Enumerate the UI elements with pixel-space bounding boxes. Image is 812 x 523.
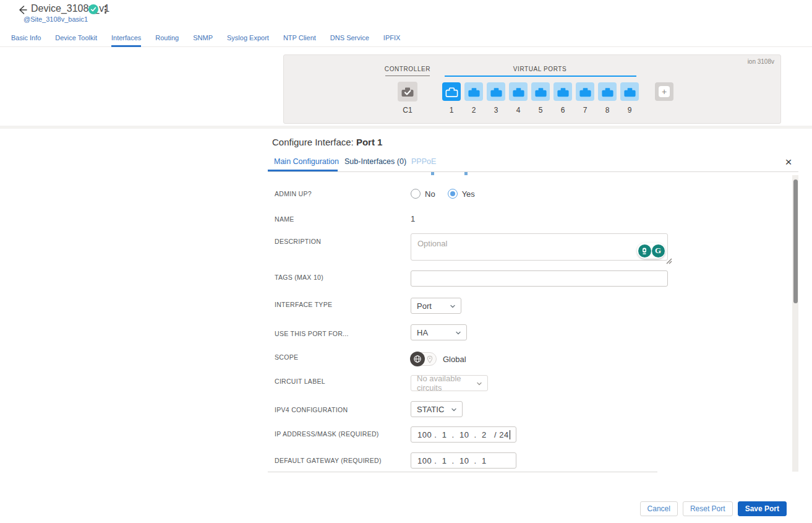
reset-port-button[interactable]: Reset Port <box>683 501 733 516</box>
cancel-button[interactable]: Cancel <box>640 501 678 516</box>
virtual-port-7[interactable] <box>576 82 594 101</box>
port-label: 7 <box>583 106 588 115</box>
description-textarea[interactable] <box>411 233 668 261</box>
radio-icon <box>411 189 421 199</box>
port-label: 6 <box>561 106 565 115</box>
tab-routing[interactable]: Routing <box>155 28 179 46</box>
tab-main-configuration[interactable]: Main Configuration <box>274 157 339 166</box>
device-nav-tabs: Basic Info Device Toolkit Interfaces Rou… <box>0 28 812 47</box>
site-link[interactable]: @Site_3108v_basic1 <box>24 15 88 23</box>
configure-tabs: Main Configuration Sub-Interfaces (0) PP… <box>268 155 798 171</box>
status-check-badge <box>88 4 98 14</box>
description-label: DESCRIPTION <box>275 238 321 245</box>
chevron-down-icon <box>451 407 457 413</box>
controller-underline <box>385 76 430 76</box>
port-label: 5 <box>539 106 543 115</box>
virtual-port-5[interactable] <box>531 82 550 101</box>
tab-dns-service[interactable]: DNS Service <box>330 28 369 46</box>
select-value: Port <box>417 301 432 311</box>
add-port-button[interactable]: + <box>655 82 673 101</box>
scope-label: SCOPE <box>275 353 298 361</box>
form-scrollbar-thumb[interactable] <box>793 179 798 303</box>
tab-sub-interfaces[interactable]: Sub-Interfaces (0) <box>344 157 406 166</box>
admin-up-radio-yes[interactable]: Yes <box>448 189 475 199</box>
virtual-ports-group-label: VIRTUAL PORTS <box>513 66 567 72</box>
virtual-ports-underline <box>445 76 636 77</box>
tab-pppoe[interactable]: PPPoE <box>411 157 436 166</box>
port-icon <box>556 85 570 99</box>
tab-ipfix[interactable]: IPFIX <box>383 28 401 46</box>
port-icon <box>623 85 637 99</box>
circuit-label-select[interactable]: No available circuits <box>411 375 488 391</box>
back-arrow-icon[interactable] <box>16 4 28 16</box>
port-icon <box>600 85 615 99</box>
scope-toggle[interactable] <box>411 352 437 366</box>
tab-syslog-export[interactable]: Syslog Export <box>227 28 269 46</box>
close-icon[interactable]: × <box>783 157 794 168</box>
chevron-down-icon <box>450 303 456 309</box>
configure-title-prefix: Configure Interface: <box>272 137 354 147</box>
gateway-value: 100 . 1 . 10 . 1 <box>417 456 487 465</box>
tab-interfaces[interactable]: Interfaces <box>111 28 141 46</box>
virtual-port-2[interactable] <box>464 82 483 101</box>
virtual-port-8[interactable] <box>598 82 617 101</box>
device-panel: ion 3108v CONTROLLER VIRTUAL PORTS C1 <box>283 54 781 124</box>
tab-device-toolkit[interactable]: Device Toolkit <box>55 28 97 46</box>
port-icon-selected <box>445 85 459 99</box>
port-label: 1 <box>450 106 454 115</box>
controller-port-icon <box>400 84 415 99</box>
more-options-icon[interactable] <box>101 4 109 14</box>
default-gateway-label: DEFAULT GATEWAY (REQUIRED) <box>275 457 382 464</box>
port-label: 8 <box>605 106 610 115</box>
virtual-port-4[interactable] <box>509 82 528 101</box>
scope-value: Global <box>443 355 466 364</box>
controller-port-label: C1 <box>403 106 412 115</box>
interface-type-select[interactable]: Port <box>411 298 461 314</box>
port-icon <box>489 85 503 99</box>
form-scrollbar-track[interactable] <box>792 175 798 472</box>
port-icon <box>467 85 481 99</box>
configure-interface-title: Configure Interface: Port 1 <box>272 137 382 147</box>
scope-control: Global <box>411 352 466 366</box>
save-port-button[interactable]: Save Port <box>738 501 787 516</box>
tab-snmp[interactable]: SNMP <box>193 28 213 46</box>
form-bottom-divider <box>268 472 657 472</box>
globe-icon <box>410 352 425 366</box>
controller-port-c1[interactable] <box>398 82 417 102</box>
port-icon <box>534 85 548 99</box>
tags-input[interactable] <box>411 270 668 287</box>
port-icon <box>578 85 592 99</box>
ipv4-configuration-label: IPV4 CONFIGURATION <box>275 406 348 413</box>
ip-address-mask-input[interactable]: 100 . 1 . 10 . 2 / 24 <box>411 426 516 443</box>
location-pin-icon <box>426 355 434 364</box>
select-value: No available circuits <box>417 374 474 392</box>
use-this-port-for-select[interactable]: HA <box>411 324 467 340</box>
tab-basic-info[interactable]: Basic Info <box>11 28 41 46</box>
interface-type-label: INTERFACE TYPE <box>275 301 332 308</box>
admin-up-label: ADMIN UP? <box>275 190 312 197</box>
section-divider <box>0 126 812 129</box>
name-label: NAME <box>275 215 294 223</box>
port-label: 3 <box>494 106 498 115</box>
admin-up-radio-no[interactable]: No <box>411 189 435 199</box>
virtual-port-6[interactable] <box>553 82 572 101</box>
ipv4-configuration-select[interactable]: STATIC <box>411 401 463 417</box>
virtual-port-9[interactable] <box>620 82 639 101</box>
grammarly-logo-icon: G <box>652 244 665 257</box>
chevron-down-icon <box>455 330 461 336</box>
resize-handle-icon[interactable] <box>665 257 672 264</box>
default-gateway-input[interactable]: 100 . 1 . 10 . 1 <box>411 452 516 469</box>
device-model-label: ion 3108v <box>748 58 774 65</box>
virtual-port-3[interactable] <box>487 82 505 101</box>
tags-label: TAGS (MAX 10) <box>275 274 323 281</box>
admin-up-radio-group: No Yes <box>411 189 475 199</box>
configure-port-name: Port 1 <box>356 137 383 147</box>
clipped-content-fragment <box>464 172 468 175</box>
grammarly-suggestion-icon <box>638 244 651 257</box>
description-field-wrap: G <box>411 233 668 261</box>
grammarly-widget[interactable]: G <box>637 243 665 259</box>
virtual-port-1[interactable] <box>442 82 461 101</box>
tab-ntp-client[interactable]: NTP Client <box>283 28 316 46</box>
device-config-screen: Device_3108v_v1 @Site_3108v_basic1 Basic… <box>0 0 812 523</box>
controller-group-label: CONTROLLER <box>385 66 430 72</box>
